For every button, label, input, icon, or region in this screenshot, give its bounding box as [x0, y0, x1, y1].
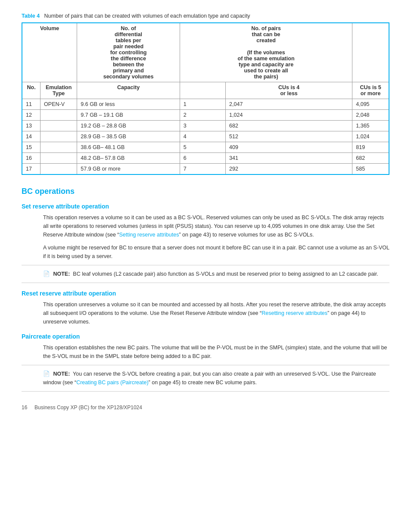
- cell-emulation: OPEN-V: [40, 99, 77, 110]
- cell-no: 16: [22, 153, 40, 164]
- cell-cus5: 585: [352, 164, 389, 175]
- note-icon-2: 📄: [43, 371, 50, 377]
- set-reserve-para2: A volume might be reserved for BC to ens…: [43, 243, 389, 261]
- table-header-row1: Volume No. ofdifferentialtables perpair …: [22, 23, 389, 82]
- header-emulation: EmulationType: [40, 82, 77, 99]
- reset-reserve-para1: This operation unreserves a volume so it…: [43, 300, 389, 326]
- header-no: No.: [22, 82, 40, 99]
- cell-capacity: 9.7 GB – 19.1 GB: [77, 110, 180, 121]
- note-text-1: BC leaf volumes (L2 cascade pair) also f…: [73, 271, 378, 277]
- table-row: 13 19.2 GB – 28.8 GB 3 682 1,365: [22, 121, 389, 131]
- cell-cus4: 292: [226, 164, 352, 175]
- cell-cus5: 4,095: [352, 99, 389, 110]
- cell-no: 14: [22, 131, 40, 142]
- note-label-1: NOTE:: [53, 271, 70, 277]
- cell-diff: 7: [180, 164, 225, 175]
- table-header-row2: No. EmulationType Capacity CUs is 4or le…: [22, 82, 389, 99]
- header-pairs: No. of pairsthat can becreated(If the vo…: [180, 23, 352, 82]
- cell-cus5: 2,048: [352, 110, 389, 121]
- cell-cus4: 512: [226, 131, 352, 142]
- cell-cus5: 819: [352, 142, 389, 153]
- set-reserve-para1: This operation reserves a volume so it c…: [43, 213, 389, 239]
- cell-cus4: 682: [226, 121, 352, 131]
- cell-capacity: 48.2 GB– 57.8 GB: [77, 153, 180, 164]
- header-cus5: CUs is 5or more: [352, 82, 389, 99]
- cell-no: 11: [22, 99, 40, 110]
- table-label: Table 4: [22, 13, 40, 19]
- page-number: 16: [22, 404, 27, 411]
- cell-no: 13: [22, 121, 40, 131]
- table-body: 11 OPEN-V 9.6 GB or less 1 2,047 4,095 1…: [22, 99, 389, 175]
- cell-diff: 5: [180, 142, 225, 153]
- cell-capacity: 19.2 GB – 28.8 GB: [77, 121, 180, 131]
- cell-emulation: [40, 142, 77, 153]
- cell-cus4: 1,024: [226, 110, 352, 121]
- table-row: 17 57.9 GB or more 7 292 585: [22, 164, 389, 175]
- reset-reserve-link[interactable]: Resetting reserve attributes: [262, 310, 327, 316]
- paircreate-note: 📄 NOTE: You can reserve the S-VOL before…: [22, 365, 389, 392]
- header-cus4: CUs is 4or less: [226, 82, 352, 99]
- cell-diff: 1: [180, 99, 225, 110]
- cell-cus4: 341: [226, 153, 352, 164]
- table-caption: Table 4 Number of pairs that can be crea…: [22, 13, 389, 19]
- cell-diff: 6: [180, 153, 225, 164]
- table-caption-text: Number of pairs that can be created with…: [44, 13, 250, 19]
- reset-reserve-heading: Reset reserve attribute operation: [22, 290, 389, 297]
- header-diff: No. ofdifferentialtables perpair neededf…: [77, 23, 180, 82]
- cell-diff: 3: [180, 121, 225, 131]
- table-row: 15 38.6 GB– 48.1 GB 5 409 819: [22, 142, 389, 153]
- table-row: 16 48.2 GB– 57.8 GB 6 341 682: [22, 153, 389, 164]
- set-reserve-link[interactable]: Setting reserve attributes: [119, 232, 179, 238]
- paircreate-para1: This operation establishes the new BC pa…: [43, 343, 389, 361]
- table-row: 11 OPEN-V 9.6 GB or less 1 2,047 4,095: [22, 99, 389, 110]
- note-icon-1: 📄: [43, 271, 50, 277]
- cell-no: 12: [22, 110, 40, 121]
- cell-cus5: 682: [352, 153, 389, 164]
- cell-cus5: 1,024: [352, 131, 389, 142]
- set-reserve-heading: Set reserve attribute operation: [22, 203, 389, 210]
- cell-cus4: 2,047: [226, 99, 352, 110]
- cell-no: 17: [22, 164, 40, 175]
- cell-cus4: 409: [226, 142, 352, 153]
- cell-emulation: [40, 110, 77, 121]
- table-row: 14 28.9 GB – 38.5 GB 4 512 1,024: [22, 131, 389, 142]
- cell-capacity: 38.6 GB– 48.1 GB: [77, 142, 180, 153]
- footer: 16 Business Copy XP (BC) for the XP128/X…: [22, 404, 389, 411]
- note-label-2: NOTE:: [53, 371, 70, 377]
- cell-diff: 4: [180, 131, 225, 142]
- doc-title: Business Copy XP (BC) for the XP128/XP10…: [34, 404, 142, 411]
- table-row: 12 9.7 GB – 19.1 GB 2 1,024 2,048: [22, 110, 389, 121]
- cell-capacity: 9.6 GB or less: [77, 99, 180, 110]
- cell-cus5: 1,365: [352, 121, 389, 131]
- cell-capacity: 57.9 GB or more: [77, 164, 180, 175]
- cell-emulation: [40, 164, 77, 175]
- header-volume: Volume: [22, 23, 77, 82]
- header-diff-sub: [180, 82, 225, 99]
- cell-emulation: [40, 153, 77, 164]
- data-table: Volume No. ofdifferentialtables perpair …: [22, 22, 389, 175]
- cell-capacity: 28.9 GB – 38.5 GB: [77, 131, 180, 142]
- cell-emulation: [40, 121, 77, 131]
- header-capacity: Capacity: [77, 82, 180, 99]
- paircreate-link[interactable]: Creating BC pairs (Paircreate): [76, 380, 148, 386]
- cell-emulation: [40, 131, 77, 142]
- set-reserve-note: 📄 NOTE: BC leaf volumes (L2 cascade pair…: [22, 265, 389, 283]
- bc-operations-heading: BC operations: [22, 187, 389, 196]
- paircreate-heading: Paircreate operation: [22, 333, 389, 340]
- cell-diff: 2: [180, 110, 225, 121]
- cell-no: 15: [22, 142, 40, 153]
